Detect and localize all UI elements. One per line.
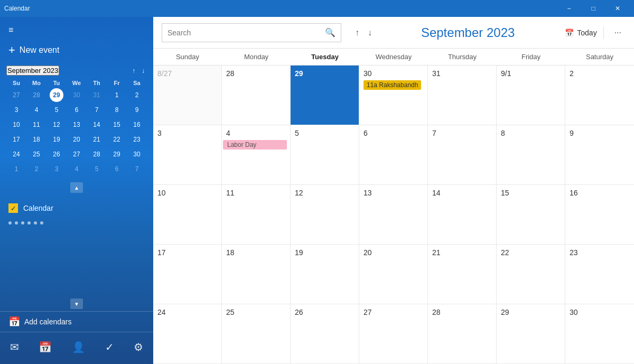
mini-day[interactable]: 18 [30, 133, 43, 146]
mini-day[interactable]: 30 [130, 147, 144, 161]
cal-cell-18[interactable]: 18 [222, 245, 291, 304]
mini-day[interactable]: 24 [10, 147, 23, 161]
cal-cell-4[interactable]: 4 Labor Day [222, 125, 291, 185]
minimize-button[interactable]: − [557, 0, 581, 17]
mini-day[interactable]: 27 [70, 147, 83, 161]
calendar-item[interactable]: ✓ Calendar [8, 201, 145, 215]
mini-day[interactable]: 15 [110, 118, 124, 132]
mini-day[interactable]: 22 [110, 133, 124, 146]
cal-cell-17[interactable]: 17 [153, 245, 222, 304]
mini-prev-button[interactable]: ↑ [130, 66, 137, 76]
cal-cell-22[interactable]: 22 [497, 245, 565, 304]
cal-cell-7[interactable]: 7 [428, 125, 497, 185]
mini-day[interactable]: 5 [50, 103, 63, 117]
cal-cell-5[interactable]: 5 [291, 125, 359, 185]
hamburger-button[interactable]: ≡ [0, 21, 22, 39]
cal-cell-29-sep[interactable]: 29 [497, 304, 565, 364]
mini-day[interactable]: 23 [130, 133, 144, 146]
mini-day[interactable]: 8 [110, 103, 124, 117]
mini-day[interactable]: 19 [50, 133, 63, 146]
cal-cell-12[interactable]: 12 [291, 185, 359, 245]
people-nav-button[interactable]: 👤 [68, 337, 89, 358]
cal-cell-19[interactable]: 19 [291, 245, 359, 304]
prev-month-button[interactable]: ↑ [352, 26, 362, 40]
cal-cell-26[interactable]: 26 [291, 304, 359, 364]
new-event-button[interactable]: + New event [0, 39, 153, 61]
mini-day[interactable]: 14 [90, 118, 104, 132]
cal-cell-8[interactable]: 8 [497, 125, 565, 185]
mini-day[interactable]: 4 [70, 162, 83, 176]
cal-cell-31[interactable]: 31 [428, 66, 497, 125]
search-input[interactable] [167, 29, 325, 37]
cal-cell-30-sep[interactable]: 30 [565, 304, 634, 364]
cal-cell-28[interactable]: 28 [222, 66, 291, 125]
cal-cell-21[interactable]: 21 [428, 245, 497, 304]
cal-cell-11[interactable]: 11 [222, 185, 291, 245]
mini-day[interactable]: 25 [30, 147, 43, 161]
cal-cell-3[interactable]: 3 [153, 125, 222, 185]
cal-cell-2[interactable]: 2 [565, 66, 634, 125]
mini-day[interactable]: 3 [50, 162, 63, 176]
mini-day[interactable]: 10 [10, 118, 23, 132]
mini-day[interactable]: 28 [90, 147, 104, 161]
rakshabandhan-event[interactable]: 11a Rakshabandh [363, 80, 421, 90]
mini-day[interactable]: 28 [30, 88, 43, 102]
mini-day[interactable]: 6 [70, 103, 83, 117]
mini-day[interactable]: 2 [30, 162, 43, 176]
mini-day[interactable]: 21 [90, 133, 104, 146]
mini-day[interactable]: 1 [10, 162, 23, 176]
cal-cell-6[interactable]: 6 [359, 125, 428, 185]
mini-day[interactable]: 31 [90, 88, 104, 102]
mini-day[interactable]: 2 [130, 88, 144, 102]
add-calendar-button[interactable]: 📅 Add calendars [0, 311, 153, 332]
cal-cell-15[interactable]: 15 [497, 185, 565, 245]
mini-day[interactable]: 5 [90, 162, 104, 176]
cal-cell-28-sep[interactable]: 28 [428, 304, 497, 364]
mini-day[interactable]: 27 [10, 88, 23, 102]
laborday-event[interactable]: Labor Day [223, 140, 287, 150]
cal-cell-20[interactable]: 20 [359, 245, 428, 304]
mini-day[interactable]: 30 [70, 88, 83, 102]
cal-cell-9[interactable]: 9 [565, 125, 634, 185]
next-month-button[interactable]: ↓ [365, 26, 375, 40]
more-options-button[interactable]: ··· [610, 26, 626, 40]
calendar-nav-button[interactable]: 📅 [34, 337, 56, 358]
mini-day[interactable]: 29 [110, 147, 124, 161]
search-button[interactable]: 🔍 [325, 27, 335, 38]
mini-day[interactable]: 17 [10, 133, 23, 146]
cal-cell-30[interactable]: 30 11a Rakshabandh [359, 66, 428, 125]
mini-day[interactable]: 20 [70, 133, 83, 146]
close-button[interactable]: ✕ [605, 0, 630, 17]
mini-day-selected[interactable]: 29 [50, 88, 63, 102]
cal-cell-91[interactable]: 9/1 [497, 66, 565, 125]
scroll-down-button[interactable]: ▼ [70, 298, 83, 309]
cal-cell-27[interactable]: 27 [359, 304, 428, 364]
mini-day[interactable]: 11 [30, 118, 43, 132]
mini-day[interactable]: 7 [90, 103, 104, 117]
cal-cell-29-today[interactable]: 29 [291, 66, 359, 125]
cal-cell-14[interactable]: 14 [428, 185, 497, 245]
mini-day[interactable]: 16 [130, 118, 144, 132]
scroll-up-button[interactable]: ▲ [70, 182, 83, 193]
mini-day[interactable]: 1 [110, 88, 124, 102]
settings-nav-button[interactable]: ⚙ [129, 337, 147, 358]
mini-day[interactable]: 7 [130, 162, 144, 176]
mini-calendar-title[interactable]: September 2023 [6, 66, 59, 76]
mini-day[interactable]: 3 [10, 103, 23, 117]
calendar-checkbox[interactable]: ✓ [8, 203, 18, 213]
mini-day[interactable]: 12 [50, 118, 63, 132]
mini-day[interactable]: 9 [130, 103, 144, 117]
mail-nav-button[interactable]: ✉ [6, 337, 23, 358]
cal-cell-10[interactable]: 10 [153, 185, 222, 245]
cal-cell-827[interactable]: 8/27 [153, 66, 222, 125]
mini-day[interactable]: 26 [50, 147, 63, 161]
today-button[interactable]: 📅 Today [561, 26, 603, 39]
cal-cell-23[interactable]: 23 [565, 245, 634, 304]
mini-day[interactable]: 13 [70, 118, 83, 132]
tasks-nav-button[interactable]: ✓ [101, 337, 118, 358]
cal-cell-13[interactable]: 13 [359, 185, 428, 245]
maximize-button[interactable]: □ [581, 0, 605, 17]
cal-cell-24[interactable]: 24 [153, 304, 222, 364]
mini-day[interactable]: 6 [110, 162, 124, 176]
cal-cell-16[interactable]: 16 [565, 185, 634, 245]
